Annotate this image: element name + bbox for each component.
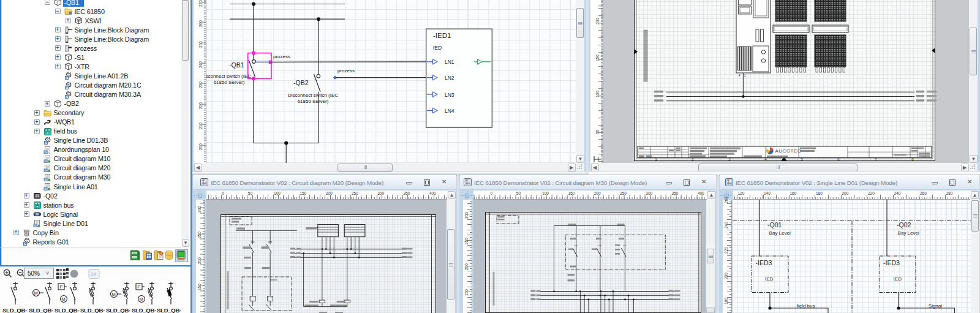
svg-text:M: M (62, 296, 66, 302)
svg-text:Bay Level: Bay Level (898, 230, 919, 236)
svg-text:3: 3 (728, 157, 731, 161)
svg-text:IED: IED (894, 276, 902, 282)
svg-text:61850 Server): 61850 Server) (214, 80, 245, 85)
svg-text:5: 5 (801, 157, 803, 161)
svg-text:F: F (138, 284, 141, 290)
svg-text:LN2: LN2 (445, 75, 454, 81)
svg-text:field bus: field bus (797, 303, 815, 309)
svg-text:-IED3: -IED3 (883, 259, 900, 266)
svg-text:7: 7 (875, 157, 877, 161)
svg-text:Disconnect switch (IEC: Disconnect switch (IEC (288, 92, 338, 98)
svg-text:prozess: prozess (273, 54, 290, 59)
svg-text:prozess: prozess (337, 68, 355, 74)
svg-text:LN1: LN1 (445, 59, 454, 65)
svg-text:4: 4 (739, 74, 741, 77)
svg-text:2: 2 (692, 157, 694, 161)
svg-text:-Q02: -Q02 (897, 221, 911, 228)
svg-text:Bay Level: Bay Level (769, 230, 791, 236)
svg-text:IED: IED (765, 276, 774, 282)
svg-text:24: 24 (91, 271, 96, 277)
svg-text:LN3: LN3 (445, 92, 454, 98)
svg-text:IED: IED (433, 45, 442, 51)
svg-text:AUCOTEC: AUCOTEC (775, 148, 802, 154)
svg-text:1: 1 (744, 74, 746, 77)
svg-text:M: M (34, 290, 38, 296)
svg-text:M: M (140, 296, 143, 302)
svg-text:-Q01: -Q01 (767, 221, 782, 228)
svg-text:LN4: LN4 (445, 108, 454, 114)
svg-text:4: 4 (764, 157, 767, 161)
svg-text:-QB1: -QB1 (229, 61, 244, 69)
svg-text:F: F (60, 284, 63, 290)
svg-text:1: 1 (655, 157, 657, 161)
svg-text:8: 8 (911, 157, 914, 161)
svg-text:-IED1: -IED1 (433, 32, 451, 39)
svg-text:Signal: Signal (929, 303, 942, 309)
svg-text:-QB2: -QB2 (293, 79, 309, 86)
svg-text:6: 6 (837, 157, 840, 161)
svg-text:-IED3: -IED3 (756, 259, 772, 266)
svg-text:M: M (112, 292, 116, 297)
svg-text:Disconnect switch (IEC: Disconnect switch (IEC (206, 74, 251, 79)
svg-text:61850 Server): 61850 Server) (298, 99, 329, 104)
